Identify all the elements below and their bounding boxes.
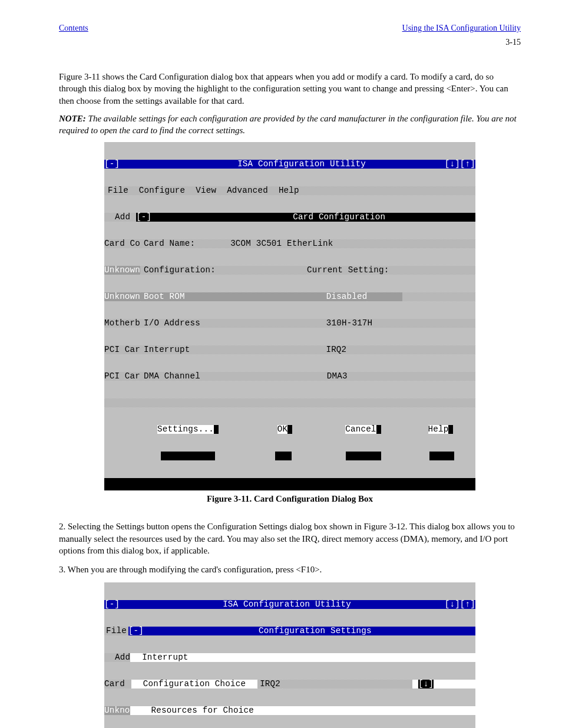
minus-icon: [-] bbox=[128, 627, 144, 635]
add-label: Add bbox=[115, 213, 130, 222]
contents-link[interactable]: Contents bbox=[59, 24, 88, 33]
step-3: 3. When you are through modifying the ca… bbox=[59, 564, 521, 575]
cancel-button[interactable]: Cancel bbox=[345, 425, 376, 434]
conf-choice-value[interactable]: IRQ2 bbox=[257, 680, 283, 689]
minus-icon: [-] bbox=[104, 600, 120, 609]
dialog-title: Card Configuration bbox=[293, 213, 385, 222]
figure-3-11: [-]ISA Configuration Utility[↓][↑] FileC… bbox=[104, 142, 475, 478]
section-link[interactable]: Using the ISA Configuration Utility bbox=[402, 24, 521, 33]
conf-choice-label: Configuration Choice bbox=[143, 680, 246, 689]
step-2: 2. Selecting the Settings button opens t… bbox=[59, 521, 521, 556]
left-col: Unkno bbox=[104, 706, 130, 715]
menu-file[interactable]: File bbox=[108, 186, 128, 195]
menu-configure[interactable]: Configure bbox=[139, 186, 185, 195]
figure-3-12: [-]ISA Configuration Utility[↓][↑] File[… bbox=[104, 582, 475, 728]
scroll-arrows-icon: [↓][↑] bbox=[445, 600, 475, 609]
menu-help[interactable]: Help bbox=[279, 186, 299, 195]
settings-button[interactable]: Settings... bbox=[157, 425, 214, 434]
row-left: PCI Car bbox=[104, 345, 140, 354]
row-value: IRQ2 bbox=[326, 345, 346, 354]
configuration-label: Configuration: bbox=[144, 266, 216, 275]
interrupt-label: Interrupt bbox=[142, 653, 188, 662]
row-label[interactable]: I/O Address bbox=[144, 319, 200, 328]
left-col: Add bbox=[115, 653, 130, 662]
page-number: 3-15 bbox=[59, 38, 521, 47]
minus-icon: [-] bbox=[136, 213, 151, 222]
dropdown-icon[interactable]: [↓] bbox=[418, 680, 434, 689]
dialog-title: Configuration Settings bbox=[259, 627, 372, 635]
row-left: Unknown bbox=[104, 292, 140, 301]
note-label: NOTE: bbox=[59, 114, 86, 123]
scroll-arrows-icon: [↓][↑] bbox=[445, 160, 475, 169]
window-title: ISA Configuration Utility bbox=[223, 600, 351, 609]
current-setting-label: Current Setting: bbox=[307, 266, 389, 275]
help-button[interactable]: Help bbox=[428, 425, 449, 434]
resources-label: Resources for Choice bbox=[151, 706, 254, 715]
row-label[interactable]: DMA Channel bbox=[144, 372, 200, 381]
figure-caption-1: Figure 3-11. Card Configuration Dialog B… bbox=[59, 494, 521, 504]
row-left: PCI Car bbox=[104, 372, 140, 381]
intro-paragraph: Figure 3-11 shows the Card Configuration… bbox=[59, 71, 521, 107]
row-left: Motherb bbox=[104, 319, 140, 328]
left-col: Card bbox=[104, 680, 125, 689]
row-label[interactable]: Boot ROM bbox=[144, 292, 185, 301]
card-name-label: Card Name: bbox=[144, 239, 195, 248]
row-label[interactable]: Interrupt bbox=[144, 345, 190, 354]
row-value: DMA3 bbox=[327, 372, 348, 381]
row-value: 310H-317H bbox=[326, 319, 372, 328]
menu-file[interactable]: File bbox=[106, 627, 127, 635]
menu-view[interactable]: View bbox=[196, 186, 216, 195]
note-body: The available settings for each configur… bbox=[59, 114, 517, 135]
intro-note: NOTE: The available settings for each co… bbox=[59, 113, 521, 137]
minus-icon: [-] bbox=[104, 160, 120, 169]
card-name-value: 3COM 3C501 EtherLink bbox=[230, 239, 333, 248]
row-value: Disabled bbox=[326, 292, 368, 301]
card-co-label: Card Co bbox=[104, 239, 140, 248]
ok-button[interactable]: OK bbox=[277, 425, 287, 434]
window-title: ISA Configuration Utility bbox=[237, 160, 366, 169]
menu-advanced[interactable]: Advanced bbox=[227, 186, 268, 195]
unknown-badge: Unknown bbox=[104, 266, 140, 275]
